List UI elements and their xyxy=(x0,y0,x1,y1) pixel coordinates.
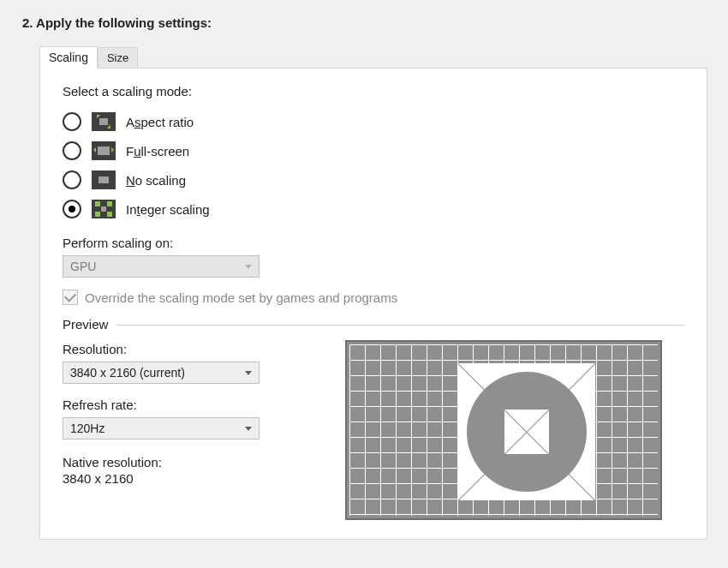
refresh-rate-dropdown[interactable]: 120Hz xyxy=(63,417,260,439)
tab-scaling[interactable]: Scaling xyxy=(39,46,98,69)
settings-panel: Select a scaling mode: Aspect ratio Full… xyxy=(39,68,707,540)
radio-row-full-screen[interactable]: Full-screen xyxy=(63,136,684,165)
preview-area: Resolution: 3840 x 2160 (current) Refres… xyxy=(63,340,684,520)
radio-no-scaling[interactable] xyxy=(63,170,81,189)
integer-scaling-icon xyxy=(92,200,116,218)
radio-row-integer-scaling[interactable]: Integer scaling xyxy=(63,194,684,224)
chevron-down-icon xyxy=(245,265,252,269)
full-screen-icon xyxy=(92,141,116,160)
preview-heading: Preview xyxy=(63,317,684,332)
chevron-down-icon xyxy=(245,427,252,431)
resolution-value: 3840 x 2160 (current) xyxy=(70,366,185,380)
override-scaling-label: Override the scaling mode set by games a… xyxy=(85,290,397,305)
tab-size[interactable]: Size xyxy=(98,47,138,69)
checkmark-icon xyxy=(64,290,76,302)
select-scaling-mode-label: Select a scaling mode: xyxy=(63,84,684,99)
radio-label-full-screen: Full-screen xyxy=(126,144,189,158)
resolution-dropdown[interactable]: 3840 x 2160 (current) xyxy=(63,362,260,384)
resolution-label: Resolution: xyxy=(63,342,319,356)
radio-row-aspect-ratio[interactable]: Aspect ratio xyxy=(63,107,684,136)
radio-aspect-ratio[interactable] xyxy=(63,112,81,131)
perform-scaling-on-value: GPU xyxy=(70,260,96,273)
native-resolution-label: Native resolution: xyxy=(63,455,319,469)
radio-label-aspect-ratio: Aspect ratio xyxy=(126,115,194,129)
radio-full-screen[interactable] xyxy=(63,141,81,160)
override-scaling-checkbox-row: Override the scaling mode set by games a… xyxy=(63,290,684,305)
radio-integer-scaling[interactable] xyxy=(63,200,81,218)
chevron-down-icon xyxy=(245,371,252,375)
native-resolution-value: 3840 x 2160 xyxy=(63,471,319,486)
aspect-ratio-icon xyxy=(92,112,116,131)
scaling-mode-radio-group: Aspect ratio Full-screen No scaling Inte… xyxy=(63,107,684,224)
radio-row-no-scaling[interactable]: No scaling xyxy=(63,165,684,194)
preview-image xyxy=(345,340,662,520)
override-scaling-checkbox xyxy=(63,290,78,305)
refresh-rate-label: Refresh rate: xyxy=(63,398,319,412)
perform-scaling-on-label: Perform scaling on: xyxy=(63,236,684,250)
no-scaling-icon xyxy=(92,170,116,189)
tabstrip: Scaling Size xyxy=(39,45,706,68)
perform-scaling-on-dropdown[interactable]: GPU xyxy=(63,255,260,278)
radio-label-no-scaling: No scaling xyxy=(126,173,186,188)
refresh-rate-value: 120Hz xyxy=(70,422,104,435)
radio-label-integer-scaling: Integer scaling xyxy=(126,202,210,217)
section-title: 2. Apply the following settings: xyxy=(22,15,706,30)
